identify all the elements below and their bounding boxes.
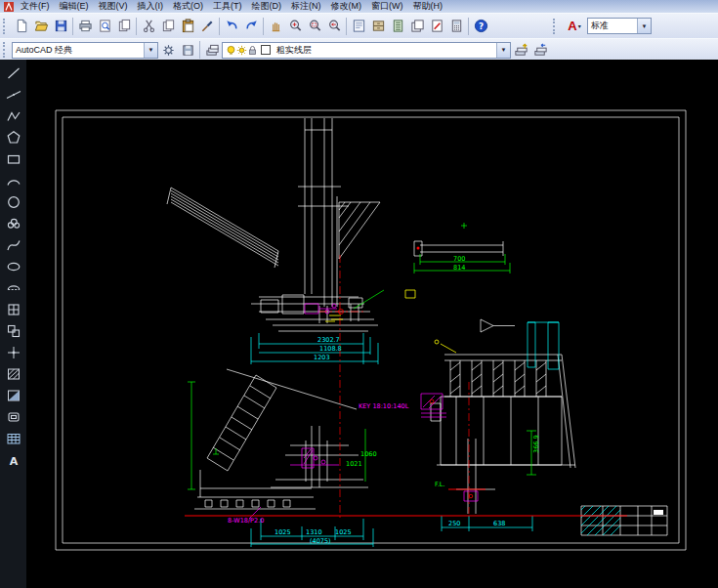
dropdown-arrow-icon[interactable]: ▼	[144, 43, 157, 58]
draw-tool-insert-block-button[interactable]	[3, 300, 24, 319]
make-object-layer-current-button[interactable]	[511, 40, 530, 60]
chevron-down-icon: ▾	[578, 22, 581, 29]
revision-cloud-icon	[6, 216, 21, 231]
table-icon	[6, 431, 21, 446]
new-button[interactable]	[12, 17, 31, 36]
draw-tool-arc-button[interactable]	[3, 171, 24, 190]
redo-button[interactable]	[241, 17, 261, 36]
sheetset-manager-button[interactable]	[407, 17, 427, 36]
plot-preview-button[interactable]	[95, 17, 114, 36]
menu-file[interactable]: 文件(F)	[16, 0, 55, 13]
menu-draw[interactable]: 绘图(D)	[247, 0, 287, 13]
menu-modify[interactable]: 修改(M)	[326, 0, 367, 13]
dim-text: 638	[493, 520, 505, 527]
drawing-canvas[interactable]: 700 814 2302.7 1108.8 1203 KEY 18:10:140…	[26, 60, 718, 588]
draw-tool-polyline-button[interactable]	[3, 106, 24, 126]
properties-button[interactable]	[349, 17, 368, 36]
shaft-assembly	[414, 241, 503, 256]
workspace-settings-button[interactable]	[158, 40, 178, 60]
cut-button[interactable]	[139, 17, 158, 36]
dim-text: (4075)	[310, 537, 331, 545]
draw-tool-ellipse-button[interactable]	[3, 257, 24, 276]
markup-manager-button[interactable]	[427, 17, 446, 36]
insert-block-icon	[6, 302, 21, 317]
draw-tool-revision-cloud-button[interactable]	[3, 214, 24, 233]
draw-tool-gradient-button[interactable]	[3, 386, 24, 405]
hatched-gusset	[339, 202, 380, 259]
menu-help[interactable]: 帮助(H)	[408, 0, 448, 13]
draw-tool-polygon-button[interactable]	[3, 128, 24, 147]
quickcalc-button[interactable]	[446, 17, 466, 36]
dropdown-arrow-icon[interactable]: ▼	[637, 19, 651, 33]
menu-view[interactable]: 视图(V)	[94, 0, 133, 13]
designcenter-button[interactable]	[368, 17, 388, 36]
layer-lock-icon[interactable]	[247, 45, 258, 56]
draw-tool-circle-button[interactable]	[3, 192, 24, 212]
save-button[interactable]	[51, 17, 70, 36]
text-style-button[interactable]: A ▾	[562, 17, 587, 36]
toolbar-grip[interactable]	[3, 42, 8, 58]
match-properties-button[interactable]	[197, 17, 217, 36]
autocad-window: 文件(F) 编辑(E) 视图(V) 插入(I) 格式(O) 工具(T) 绘图(D…	[0, 0, 718, 588]
zoom-previous-button[interactable]	[324, 17, 344, 36]
layer-properties-manager-button[interactable]	[202, 40, 222, 60]
circle-icon	[6, 194, 21, 210]
draw-tool-ellipse-arc-button[interactable]	[3, 278, 24, 298]
layer-previous-button[interactable]	[530, 40, 550, 60]
copy-button[interactable]	[158, 17, 178, 36]
cut-icon	[142, 19, 156, 33]
layer-select[interactable]: 粗实线层 ▼	[222, 42, 511, 59]
paste-button[interactable]	[178, 17, 197, 36]
draw-tool-rectangle-button[interactable]	[3, 149, 24, 169]
save-icon	[54, 19, 68, 33]
draw-tool-point-button[interactable]	[3, 343, 24, 362]
current-layer-name: 粗实线层	[276, 44, 312, 57]
draw-toolbar: A	[0, 60, 26, 588]
toolbar-separator	[136, 18, 137, 35]
multiline-text-icon: A	[6, 452, 21, 468]
save-workspace-button[interactable]	[178, 40, 197, 60]
workspace-select[interactable]: AutoCAD 经典 ▼	[12, 42, 158, 59]
dropdown-arrow-icon[interactable]: ▼	[496, 43, 510, 58]
draw-tool-line-button[interactable]	[3, 63, 24, 83]
layer-color-swatch[interactable]	[261, 45, 271, 55]
draw-tool-multiline-text-button[interactable]: A	[3, 450, 24, 470]
plot-icon	[78, 19, 93, 33]
zoom-realtime-button[interactable]	[285, 17, 305, 36]
undo-button[interactable]	[222, 17, 241, 36]
menu-window[interactable]: 窗口(W)	[366, 0, 408, 13]
text-style-select[interactable]: 标准 ▼	[587, 18, 652, 34]
construction-line-icon	[6, 87, 21, 103]
menu-format[interactable]: 格式(O)	[168, 0, 208, 13]
layer-on-bulb-icon[interactable]	[226, 45, 236, 56]
menu-insert[interactable]: 插入(I)	[133, 0, 169, 13]
draw-tool-hatch-button[interactable]	[3, 364, 24, 384]
layer-freeze-sun-icon[interactable]	[236, 45, 247, 56]
pan-button[interactable]	[266, 17, 285, 36]
draw-tool-table-button[interactable]	[3, 429, 24, 448]
dim-text: 250	[448, 520, 460, 527]
properties-icon	[352, 19, 366, 33]
yellow-highlights	[325, 290, 456, 353]
draw-tool-make-block-button[interactable]	[3, 321, 24, 341]
new-icon	[15, 19, 29, 33]
zoom-window-button[interactable]	[305, 17, 324, 36]
plot-button[interactable]	[75, 17, 95, 36]
draw-tool-construction-line-button[interactable]	[3, 85, 24, 105]
column	[298, 118, 349, 307]
menu-dimension[interactable]: 标注(N)	[286, 0, 326, 13]
help-button[interactable]: ?	[471, 17, 490, 36]
match-properties-icon	[200, 19, 215, 33]
menu-edit[interactable]: 编辑(E)	[55, 0, 94, 13]
menu-tools[interactable]: 工具(T)	[208, 0, 247, 13]
toolbar-grip[interactable]	[3, 19, 8, 34]
publish-button[interactable]	[114, 17, 134, 36]
dim-text: 1025	[275, 528, 291, 536]
quickcalc-icon	[449, 19, 464, 33]
draw-tool-region-button[interactable]	[3, 407, 24, 427]
open-button[interactable]	[31, 17, 51, 36]
draw-tool-spline-button[interactable]	[3, 235, 24, 255]
tool-palettes-button[interactable]	[388, 17, 407, 36]
rectangle-icon	[6, 151, 21, 167]
toolbar-grip[interactable]	[553, 19, 558, 34]
